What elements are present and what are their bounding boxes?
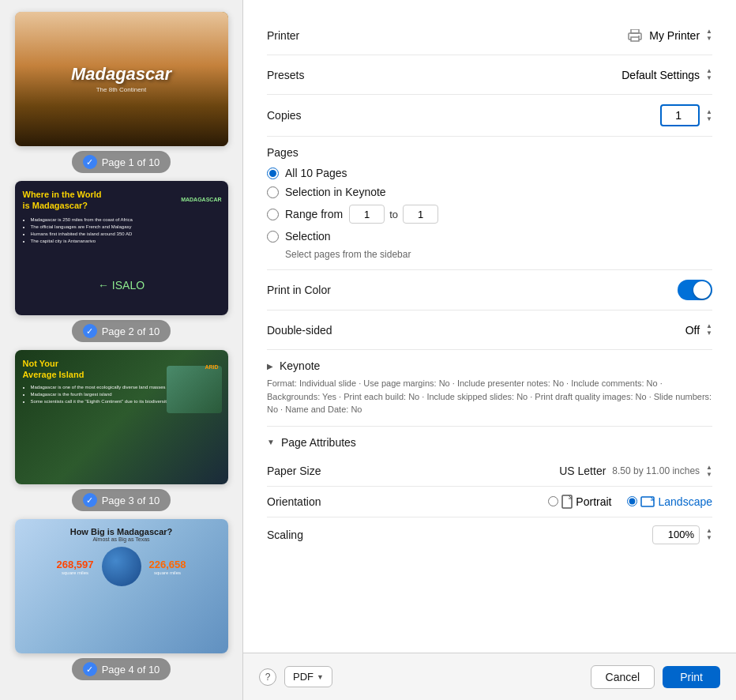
print-color-value: [678, 280, 712, 300]
slide-thumbnail-4: How Big is Madagascar? Almost as Big as …: [15, 519, 228, 653]
printer-icon: [627, 29, 643, 42]
printer-label: Printer: [267, 29, 362, 42]
pdf-chevron-icon: ▼: [317, 673, 324, 681]
radio-row-selection: Selection: [267, 230, 712, 243]
paper-size-stepper[interactable]: ▲ ▼: [706, 465, 712, 478]
slide-2-bullets: Madagascar is 250 miles from the coast o…: [23, 216, 220, 245]
slide-item-2[interactable]: Where in the Worldis Madagascar? Madagas…: [8, 181, 235, 342]
radio-selection[interactable]: [267, 231, 279, 243]
print-button[interactable]: Print: [663, 666, 720, 688]
slide-label-2: ✓ Page 2 of 10: [72, 320, 171, 342]
portrait-label: Portrait: [576, 495, 611, 508]
print-settings-panel: Printer My Printer ▲ ▼ Presets Default S…: [243, 0, 736, 700]
slide-item-1[interactable]: Madagascar The 8th Continent ✓ Page 1 of…: [8, 12, 235, 173]
radio-range[interactable]: [267, 209, 279, 220]
printer-value-group: My Printer ▲ ▼: [627, 28, 712, 42]
radio-all-pages[interactable]: [267, 167, 279, 179]
pages-section: Pages All 10 Pages Selection in Keynote …: [267, 137, 712, 270]
range-from-input[interactable]: [349, 205, 385, 224]
printer-stepper[interactable]: ▲ ▼: [706, 28, 712, 42]
slide-4-title: How Big is Madagascar?: [70, 527, 173, 536]
page-attributes-header[interactable]: ▼ Page Attributes: [267, 436, 712, 449]
bottom-toolbar: ? PDF ▼ Cancel Print: [243, 653, 736, 700]
pages-label: Pages: [267, 146, 712, 159]
pdf-label: PDF: [293, 671, 314, 683]
check-icon-4: ✓: [83, 662, 97, 676]
slide-item-3[interactable]: Not YourAverage Island Madagascar is one…: [8, 350, 235, 511]
double-sided-value: Off: [685, 324, 700, 337]
keynote-details: Format: Individual slide · Use page marg…: [267, 377, 712, 416]
double-sided-value-group[interactable]: Off ▲ ▼: [685, 323, 712, 337]
presets-value: Default Settings: [621, 69, 700, 81]
slide-label-3: ✓ Page 3 of 10: [72, 489, 171, 511]
radio-all-pages-label: All 10 Pages: [285, 167, 347, 179]
slide-thumbnail-2: Where in the Worldis Madagascar? Madagas…: [15, 181, 228, 315]
presets-value-group[interactable]: Default Settings ▲ ▼: [621, 68, 712, 81]
copies-stepper[interactable]: ▲ ▼: [706, 109, 712, 122]
slide-thumbnail-1: Madagascar The 8th Continent: [15, 12, 228, 146]
radio-row-range: Range from to: [267, 205, 712, 224]
keynote-chevron-right: ▶: [267, 362, 273, 371]
printer-row: Printer My Printer ▲ ▼: [267, 16, 712, 55]
radio-range-label: Range from: [285, 208, 343, 220]
scaling-label: Scaling: [267, 529, 370, 541]
slide-1-title: Madagascar: [71, 65, 171, 84]
page-attributes-title: Page Attributes: [281, 436, 356, 449]
pdf-button[interactable]: PDF ▼: [284, 666, 332, 687]
slide-4-subtitle: Almost as Big as Texas: [92, 536, 149, 542]
double-sided-stepper[interactable]: ▲ ▼: [706, 323, 712, 337]
keynote-title: Keynote: [280, 359, 320, 372]
presets-label: Presets: [267, 69, 362, 81]
print-color-label: Print in Color: [267, 284, 362, 296]
scaling-row: Scaling ▲ ▼: [267, 517, 712, 552]
range-to-text: to: [389, 209, 398, 220]
presets-row: Presets Default Settings ▲ ▼: [267, 55, 712, 95]
selection-hint: Select pages from the sidebar: [285, 249, 712, 260]
paper-size-value: US Letter: [559, 465, 606, 477]
orientation-landscape-option[interactable]: Landscape: [627, 495, 712, 508]
cancel-button[interactable]: Cancel: [591, 665, 655, 689]
paper-size-dims: 8.50 by 11.00 inches: [612, 465, 700, 476]
radio-selection-keynote-label: Selection in Keynote: [285, 186, 386, 198]
orientation-portrait-option[interactable]: Portrait: [548, 495, 611, 509]
page-attributes-section: ▼ Page Attributes Paper Size US Letter 8…: [267, 427, 712, 562]
orientation-value-group: Portrait Landscape: [548, 495, 712, 509]
slide-panel: Madagascar The 8th Continent ✓ Page 1 of…: [0, 0, 243, 700]
check-icon-2: ✓: [83, 324, 97, 338]
print-color-row: Print in Color: [267, 270, 712, 310]
presets-stepper[interactable]: ▲ ▼: [706, 68, 712, 81]
svg-rect-1: [631, 29, 639, 33]
check-icon-3: ✓: [83, 493, 97, 507]
paper-size-value-group[interactable]: US Letter 8.50 by 11.00 inches ▲ ▼: [559, 465, 712, 478]
copies-input[interactable]: [660, 104, 700, 126]
settings-area: Printer My Printer ▲ ▼ Presets Default S…: [243, 0, 736, 653]
slide-label-4: ✓ Page 4 of 10: [72, 658, 171, 680]
orientation-label: Orientation: [267, 495, 370, 508]
scaling-stepper[interactable]: ▲ ▼: [706, 528, 712, 541]
page-attributes-chevron-down: ▼: [267, 438, 275, 446]
svg-rect-2: [631, 37, 639, 41]
keynote-header[interactable]: ▶ Keynote: [267, 359, 712, 372]
orientation-landscape-radio[interactable]: [627, 496, 637, 506]
orientation-row: Orientation Portrait: [267, 487, 712, 517]
range-to-input[interactable]: [403, 205, 438, 224]
double-sided-label: Double-sided: [267, 324, 362, 337]
radio-selection-keynote[interactable]: [267, 186, 279, 198]
portrait-icon: [561, 495, 573, 509]
svg-point-3: [638, 36, 640, 37]
radio-selection-label: Selection: [285, 230, 331, 243]
copies-label: Copies: [267, 109, 362, 122]
paper-size-label: Paper Size: [267, 465, 370, 477]
check-icon-1: ✓: [83, 155, 97, 169]
print-color-toggle[interactable]: [678, 280, 712, 300]
copies-value-group: ▲ ▼: [660, 104, 712, 126]
scaling-input[interactable]: [652, 525, 700, 544]
orientation-portrait-radio[interactable]: [548, 496, 558, 506]
keynote-section: ▶ Keynote Format: Individual slide · Use…: [267, 350, 712, 427]
slide-item-4[interactable]: How Big is Madagascar? Almost as Big as …: [8, 519, 235, 680]
landscape-icon: [640, 496, 655, 507]
help-button[interactable]: ?: [259, 668, 276, 686]
double-sided-row: Double-sided Off ▲ ▼: [267, 310, 712, 350]
printer-name: My Printer: [649, 29, 700, 42]
slide-1-subtitle: The 8th Continent: [96, 86, 147, 93]
